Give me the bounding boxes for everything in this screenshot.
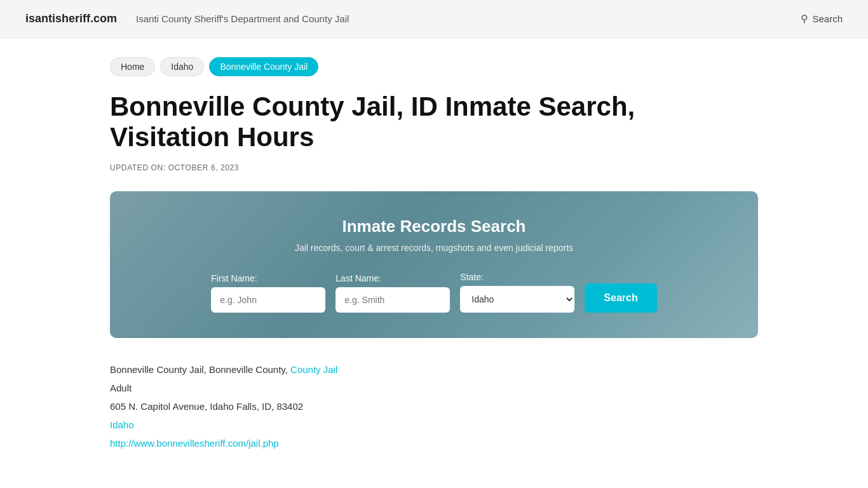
info-line1: Bonneville County Jail, Bonneville Count… [110,361,758,378]
first-name-group: First Name: [211,273,325,313]
inmate-search-box: Inmate Records Search Jail records, cour… [110,191,758,338]
page-title: Bonneville County Jail, ID Inmate Search… [110,92,758,153]
site-header: isantisheriff.com Isanti County Sheriff'… [0,0,868,38]
search-box-subtitle: Jail records, court & arrest records, mu… [148,243,720,253]
breadcrumb-home[interactable]: Home [110,57,155,76]
search-box-title: Inmate Records Search [148,217,720,236]
site-logo[interactable]: isantisheriff.com [25,12,117,25]
last-name-label: Last Name: [336,273,381,283]
info-line4: Idaho [110,416,758,433]
info-section: Bonneville County Jail, Bonneville Count… [110,361,758,452]
breadcrumb-idaho[interactable]: Idaho [160,57,204,76]
info-line2: Adult [110,379,758,396]
first-name-label: First Name: [211,273,257,283]
county-jail-link[interactable]: County Jail [290,364,337,375]
breadcrumb: Home Idaho Bonneville County Jail [110,57,758,76]
header-search-button[interactable]: ⚲ Search [801,13,843,25]
idaho-link[interactable]: Idaho [110,419,134,430]
jail-website-link[interactable]: http://www.bonnevillesheriff.com/jail.ph… [110,438,279,449]
last-name-group: Last Name: [336,273,450,313]
info-line5: http://www.bonnevillesheriff.com/jail.ph… [110,435,758,452]
site-tagline: Isanti County Sheriff's Department and C… [136,13,801,24]
search-fields: First Name: Last Name: State: Idaho Alab… [148,272,720,313]
main-content: Home Idaho Bonneville County Jail Bonnev… [85,38,783,472]
header-search-label: Search [812,13,843,24]
state-select[interactable]: Idaho Alabama Alaska Arizona Arkansas Ca… [460,286,574,313]
first-name-input[interactable] [211,287,325,313]
info-line1-text: Bonneville County Jail, Bonneville Count… [110,364,290,375]
last-name-input[interactable] [336,287,450,313]
updated-date: UPDATED ON: OCTOBER 6, 2023 [110,163,758,172]
info-line3: 605 N. Capitol Avenue, Idaho Falls, ID, … [110,398,758,415]
state-label: State: [460,272,484,282]
breadcrumb-bonneville-county-jail[interactable]: Bonneville County Jail [209,57,318,76]
search-button[interactable]: Search [585,283,656,313]
search-icon: ⚲ [801,13,808,25]
state-group: State: Idaho Alabama Alaska Arizona Arka… [460,272,574,313]
